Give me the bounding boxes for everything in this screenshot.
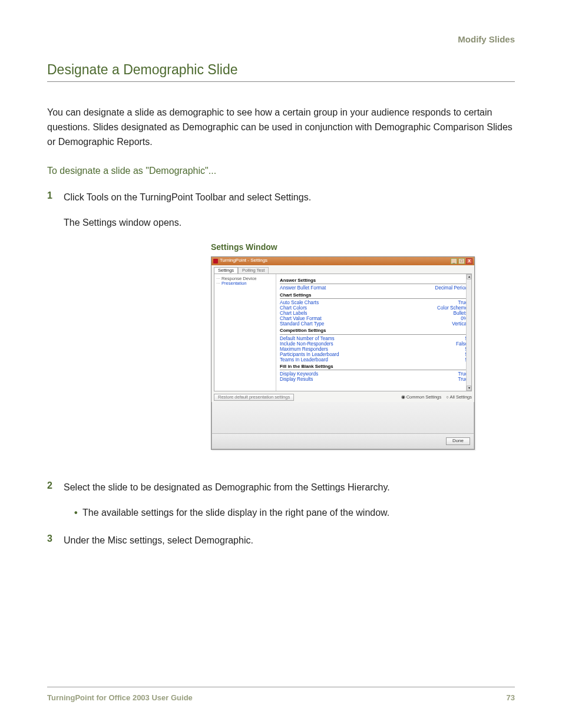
window-title: TurningPoint - Settings (220, 258, 267, 263)
step-number: 3 (47, 533, 64, 544)
step-number: 2 (47, 480, 64, 491)
scroll-up-icon[interactable]: ▴ (467, 274, 471, 279)
settings-group-header: Fill in the Blank Settings (280, 364, 468, 371)
setting-key: Default Number of Teams (280, 336, 335, 341)
tree-item-presentation[interactable]: Presentation (216, 281, 274, 286)
radio-common-settings[interactable]: Common Settings (401, 395, 442, 400)
setting-key: Display Results (280, 377, 313, 382)
setting-key: Chart Colors (280, 305, 307, 311)
setting-key: Standard Chart Type (280, 321, 324, 327)
scroll-down-icon[interactable]: ▾ (467, 386, 471, 391)
settings-row[interactable]: Display ResultsTrue (280, 377, 468, 382)
step-text: Select the slide to be designated as Dem… (64, 480, 515, 495)
setting-key: Display Keywords (280, 371, 318, 377)
settings-row[interactable]: Include Non-RespondersFalse (280, 341, 468, 347)
setting-key: Auto Scale Charts (280, 300, 319, 305)
close-icon[interactable]: X (466, 258, 472, 264)
tab-settings[interactable]: Settings (214, 267, 238, 274)
step-text: Click Tools on the TurningPoint Toolbar … (64, 190, 515, 205)
intro-paragraph: You can designate a slide as demographic… (47, 106, 515, 149)
done-button[interactable]: Done (446, 437, 470, 445)
app-icon (213, 259, 218, 263)
setting-key: Include Non-Responders (280, 341, 333, 347)
radio-all-settings[interactable]: All Settings (446, 395, 472, 400)
settings-row[interactable]: Maximum Responders5 (280, 347, 468, 352)
settings-row[interactable]: Chart LabelsBullets (280, 311, 468, 316)
page-number: 73 (507, 693, 515, 702)
tab-polling-test[interactable]: Polling Test (238, 267, 269, 274)
settings-row[interactable]: Participants In Leaderboard5 (280, 352, 468, 357)
maximize-icon[interactable]: □ (458, 258, 465, 264)
settings-window: TurningPoint - Settings _ □ X Settings P… (211, 256, 475, 450)
settings-row[interactable]: Standard Chart TypeVertical (280, 321, 468, 327)
settings-group-header: Competition Settings (280, 328, 468, 335)
settings-row[interactable]: Answer Bullet FormatDecimal Period (280, 285, 468, 291)
settings-row[interactable]: Display KeywordsTrue (280, 371, 468, 377)
setting-key: Participants In Leaderboard (280, 352, 339, 357)
minimize-icon[interactable]: _ (451, 258, 457, 264)
setting-key: Chart Labels (280, 311, 307, 316)
breadcrumb: Modify Slides (47, 34, 515, 44)
setting-key: Chart Value Format (280, 316, 322, 321)
restore-defaults-button[interactable]: Restore default presentation settings (214, 394, 294, 401)
step-text: Under the Misc settings, select Demograp… (64, 533, 515, 548)
description-panel (211, 402, 474, 434)
settings-row[interactable]: Teams In Leaderboard5 (280, 357, 468, 363)
setting-value: Decimal Period (435, 285, 468, 291)
settings-row[interactable]: Auto Scale ChartsTrue (280, 300, 468, 305)
settings-row[interactable]: Chart Value Format0% (280, 316, 468, 321)
settings-row[interactable]: Chart ColorsColor Scheme (280, 305, 468, 311)
step-bullet: The available settings for the slide dis… (74, 506, 515, 521)
setting-value: Color Scheme (437, 305, 468, 311)
scrollbar[interactable]: ▴ ▾ (466, 274, 471, 391)
settings-row[interactable]: Default Number of Teams5 (280, 336, 468, 341)
step-number: 1 (47, 190, 64, 201)
settings-group-header: Chart Settings (280, 293, 468, 299)
footer-guide-title: TurningPoint for Office 2003 User Guide (47, 693, 193, 702)
procedure-heading: To designate a slide as "Demographic"... (47, 166, 515, 176)
setting-value: Vertical (452, 321, 468, 327)
settings-tree: Response Device Presentation (214, 274, 276, 391)
page-title: Designate a Demographic Slide (47, 62, 515, 82)
step-after-text: The Settings window opens. (64, 216, 515, 230)
setting-key: Maximum Responders (280, 347, 328, 352)
window-titlebar: TurningPoint - Settings _ □ X (211, 257, 474, 265)
setting-key: Teams In Leaderboard (280, 357, 328, 363)
settings-list: ▴ ▾ Answer SettingsAnswer Bullet FormatD… (276, 274, 471, 391)
setting-key: Answer Bullet Format (280, 285, 326, 291)
settings-group-header: Answer Settings (280, 278, 468, 285)
figure-caption: Settings Window (211, 241, 515, 254)
